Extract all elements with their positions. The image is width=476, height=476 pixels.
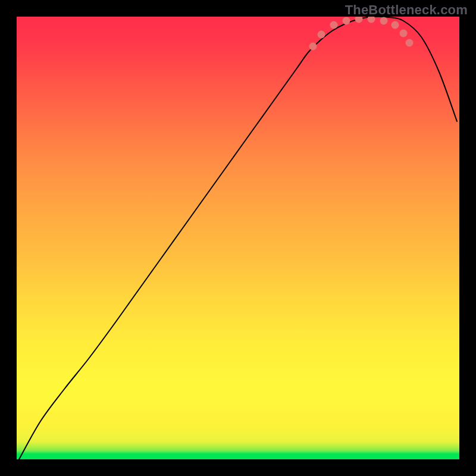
watermark-label: TheBottleneck.com: [345, 2, 468, 18]
optimal-dot: [330, 21, 338, 29]
optimal-dot: [400, 30, 408, 37]
optimal-dot: [309, 43, 317, 51]
optimal-dot: [392, 21, 399, 29]
plot-overlay: [17, 17, 459, 459]
optimal-dot: [380, 17, 388, 25]
bottleneck-curve: [19, 17, 457, 459]
chart-container: TheBottleneck.com: [0, 0, 476, 476]
optimal-dot: [343, 17, 350, 25]
optimal-dot: [318, 31, 325, 39]
optimal-range-dots: [309, 17, 414, 51]
optimal-dot: [406, 39, 414, 47]
